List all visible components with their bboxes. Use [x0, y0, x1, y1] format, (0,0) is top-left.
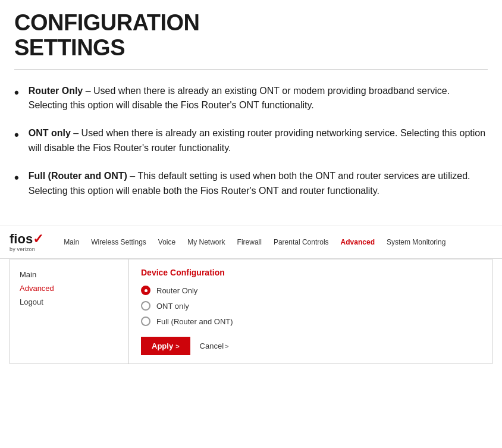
sidebar-item-main[interactable]: Main	[20, 268, 119, 281]
page-header: CONFIGURATION SETTINGS	[0, 0, 502, 69]
logo-text: fios✓	[10, 233, 43, 246]
panel-main: Device Configuration Router Only ONT onl…	[129, 259, 492, 364]
nav-advanced[interactable]: Advanced	[335, 238, 381, 246]
radio-circle-router-only	[141, 286, 150, 295]
fios-logo: fios✓ by verizon	[10, 233, 43, 252]
bullet-dot: •	[14, 83, 19, 103]
page-title: CONFIGURATION SETTINGS	[14, 11, 488, 61]
nav-main[interactable]: Main	[58, 238, 85, 246]
nav-wireless-settings[interactable]: Wireless Settings	[85, 238, 152, 246]
bullet-text-1: Router Only – Used when there is already…	[29, 84, 488, 114]
section-title: Device Configuration	[141, 268, 480, 277]
nav-parental-controls[interactable]: Parental Controls	[268, 238, 335, 246]
panel-area: Main Advanced Logout Device Configuratio…	[10, 259, 492, 364]
apply-button[interactable]: Apply >	[141, 337, 190, 355]
sidebar-item-logout[interactable]: Logout	[20, 295, 119, 309]
nav-voice[interactable]: Voice	[152, 238, 181, 246]
nav-firewall[interactable]: Firewall	[231, 238, 268, 246]
panel-sidebar: Main Advanced Logout	[10, 259, 129, 364]
nav-system-monitoring[interactable]: System Monitoring	[381, 238, 451, 246]
list-item: • Router Only – Used when there is alrea…	[14, 84, 488, 114]
radio-circle-ont-only	[141, 301, 150, 311]
bullet-dot: •	[14, 125, 19, 145]
radio-full[interactable]: Full (Router and ONT)	[141, 317, 480, 326]
radio-circle-full	[141, 317, 150, 326]
bullet-text-2: ONT only – Used when there is already an…	[29, 126, 488, 156]
cancel-chevron-icon: >	[225, 343, 228, 350]
cancel-button[interactable]: Cancel >	[200, 342, 229, 350]
sidebar-item-advanced[interactable]: Advanced	[20, 281, 119, 295]
radio-label-ont-only: ONT only	[156, 302, 189, 311]
content-area: • Router Only – Used when there is alrea…	[0, 70, 502, 221]
action-buttons: Apply > Cancel >	[141, 337, 480, 355]
list-item: • ONT only – Used when there is already …	[14, 126, 488, 156]
bullet-text-3: Full (Router and ONT) – This default set…	[29, 169, 488, 199]
apply-chevron-icon: >	[175, 343, 179, 350]
radio-label-full: Full (Router and ONT)	[156, 317, 233, 326]
nav-my-network[interactable]: My Network	[181, 238, 231, 246]
list-item: • Full (Router and ONT) – This default s…	[14, 169, 488, 199]
logo-sub: by verizon	[10, 246, 43, 252]
logo-checkmark: ✓	[33, 231, 43, 246]
radio-label-router-only: Router Only	[156, 286, 197, 295]
radio-ont-only[interactable]: ONT only	[141, 301, 480, 311]
navbar: fios✓ by verizon Main Wireless Settings …	[0, 225, 502, 259]
bullet-dot: •	[14, 168, 19, 188]
nav-links: Main Wireless Settings Voice My Network …	[58, 238, 492, 246]
radio-group: Router Only ONT only Full (Router and ON…	[141, 286, 480, 326]
radio-router-only[interactable]: Router Only	[141, 286, 480, 295]
bullet-list: • Router Only – Used when there is alrea…	[14, 84, 488, 199]
